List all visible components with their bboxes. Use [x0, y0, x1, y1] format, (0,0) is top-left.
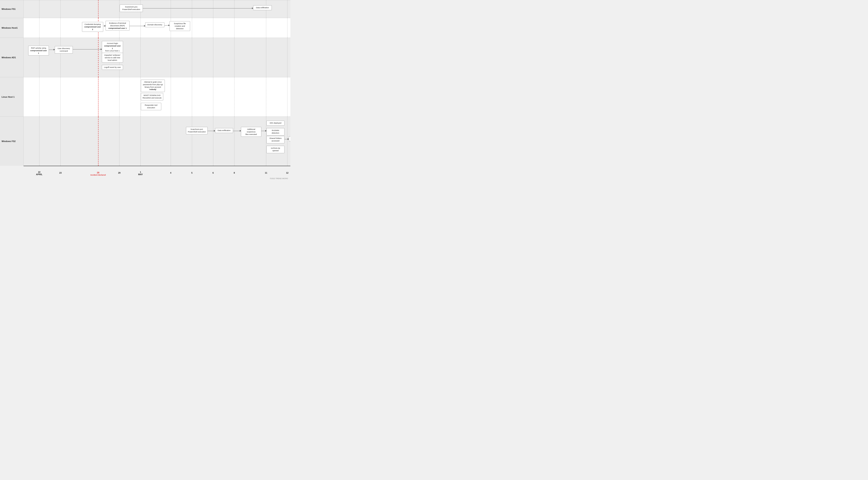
event-fs2-exfil: Data exfiltration [215, 128, 233, 133]
event-fs2-sus: Additional suspiciousfiles executed [241, 127, 261, 137]
lane-label-fs2: Windows FS2 [0, 117, 24, 166]
vline-23-ad1 [60, 38, 61, 77]
tick-4: 4 [170, 172, 171, 174]
lane-content-linux1: Attempt to grab Linux passwords from php… [24, 77, 290, 117]
event-h1-domain: Domain discovery [145, 22, 164, 27]
lane-label-linux1: Linux Host 1 [0, 77, 24, 117]
tick-23: 23 [59, 172, 62, 174]
swimlane-fs2: Windows FS2 ScanZoom.ps1PowerShell execu… [0, 117, 290, 166]
vline-28-lx1 [98, 77, 98, 117]
event-fs2-svchost: svchost.zip opened [267, 146, 284, 153]
swimlane-ad1: Windows AD1 RDP activity usingcompromise… [0, 38, 290, 77]
event-ad1-impacket: Impacket 'smbexec' service to add new lo… [102, 53, 123, 63]
arrow-fs1-exfil [143, 8, 253, 8]
vline-5-fs2 [192, 117, 192, 166]
lane-content-fs2: ScanZoom.ps1PowerShell execution Data ex… [24, 117, 290, 166]
lane-content-ad1: RDP activity usingcompromised user 1 Use… [24, 38, 290, 77]
event-fs2-userdiscovery: User discovery [289, 136, 290, 141]
event-fs1-dataexfil: Data exfiltration [253, 5, 272, 10]
tick-6: 6 [213, 172, 214, 174]
lane-label-host1: Windows Host1 [0, 18, 24, 38]
vline-23 [60, 0, 61, 18]
vline-28-fs2 [98, 117, 98, 166]
vline-22-ad1 [39, 38, 39, 77]
tick-11: 11 [265, 172, 267, 174]
vline-23-lx1 [60, 77, 61, 117]
event-h1-cred: Credential dumpingcompromised user 2 [82, 22, 103, 32]
event-fs2-xes: XES deployed [267, 121, 284, 126]
arrow-ad1-user-login [73, 49, 102, 50]
event-ad1-userdiscovery: User discoverycommand [55, 46, 73, 54]
vline-12-h1 [287, 18, 287, 38]
vline-28-ad1 [98, 38, 98, 77]
arrow-fs2-sus-xes [261, 131, 267, 131]
vline-28 [98, 0, 98, 18]
event-fs2-shared: Shared foldersaccessed [267, 136, 284, 143]
vline-22-lx1 [39, 77, 39, 117]
event-fs1-scanzoom: ScanZoom.ps1PowerShell execution [120, 4, 143, 12]
tick-29: 29 [118, 172, 121, 174]
vline-8-ad1 [234, 38, 235, 77]
lane-label-ad1: Windows AD1 [0, 38, 24, 77]
vline-5-ad1 [192, 38, 192, 77]
vline-6 [213, 0, 213, 18]
event-lx1-wget: WGET DOWNLOADRevssh64 and execute [141, 93, 163, 100]
tick-1: 1 MAY [138, 171, 143, 175]
vline-8-fs2 [234, 117, 235, 166]
swimlane-host1: Windows Host1 Credential dumpingcompromi… [0, 18, 290, 38]
vline-29-fs2 [119, 117, 120, 166]
vline-22 [39, 0, 39, 18]
lane-content-host1: Credential dumpingcompromised user 2 Evi… [24, 18, 290, 38]
arrow-h1-domain-sus [164, 25, 169, 26]
swimlane-fs1: Windows FS1 ScanZoom.ps1PowerShell execu… [0, 0, 290, 18]
swimlane-linux1: Linux Host 1 Attempt to grab Linux passw… [0, 77, 290, 117]
event-lx1-responder: Responder toolexecution [141, 103, 161, 110]
vline-8-lx1 [234, 77, 235, 117]
event-fs2-scan: ScanZoom.ps1PowerShell execution [186, 127, 208, 134]
tick-28: 28 Incident declared [90, 171, 106, 176]
vline-6-h1 [213, 18, 213, 38]
vline-8 [234, 0, 235, 18]
event-lx1-grab: Attempt to grab Linux passwords from php… [141, 79, 165, 92]
lane-label-fs1: Windows FS1 [0, 0, 24, 18]
vline-12-fs2 [287, 117, 287, 166]
copyright: ©2022 TREND MICRO [0, 177, 290, 180]
vline-5-h1 [192, 18, 192, 38]
vline-5-lx1 [192, 77, 192, 117]
vline-5 [192, 0, 192, 18]
vline-12-lx1 [287, 77, 287, 117]
vline-12 [287, 0, 287, 18]
timeline-axis: 22 APRIL 23 28 Incident declared 29 1 MA… [24, 166, 290, 177]
arrow-fs2-exfil-sus [233, 131, 241, 131]
lane-content-fs1: ScanZoom.ps1PowerShell execution Data ex… [24, 0, 290, 18]
vline-29-lx1 [119, 77, 120, 117]
vline-23-h1 [60, 18, 61, 38]
event-ad1-rdp: RDP activity usingcompromised user 1 [28, 46, 49, 56]
event-ad1-login: Account logincompromised user 1from Linu… [102, 41, 123, 53]
arrow-fs2-scan-exfil [208, 131, 215, 131]
tick-22: 22 APRIL [36, 171, 42, 175]
vline-8-h1 [234, 18, 235, 38]
event-fs2-radmin: RADMIN detection [267, 128, 284, 135]
tick-8: 8 [234, 172, 235, 174]
vline-29 [119, 0, 120, 18]
vline-6-fs2 [213, 117, 213, 166]
vline-6-lx1 [213, 77, 213, 117]
vline-12-ad1 [287, 38, 287, 77]
tick-5: 5 [191, 172, 192, 174]
chart-container: Windows FS1 ScanZoom.ps1PowerShell execu… [0, 0, 290, 184]
event-ad1-logoff: Logoff event by user [102, 65, 123, 70]
vline-6-ad1 [213, 38, 213, 77]
vline-22-h1 [39, 18, 39, 38]
tick-12: 12 [286, 172, 288, 174]
event-h1-susfile: Suspicious file creation and detection [169, 21, 190, 31]
arrow-ad1-rdp-user [49, 50, 55, 50]
vline-23-fs2 [60, 117, 61, 166]
vline-22-fs2 [39, 117, 39, 166]
event-h1-rdp: Evidence of terminal disconnect (RDP)com… [105, 21, 129, 31]
